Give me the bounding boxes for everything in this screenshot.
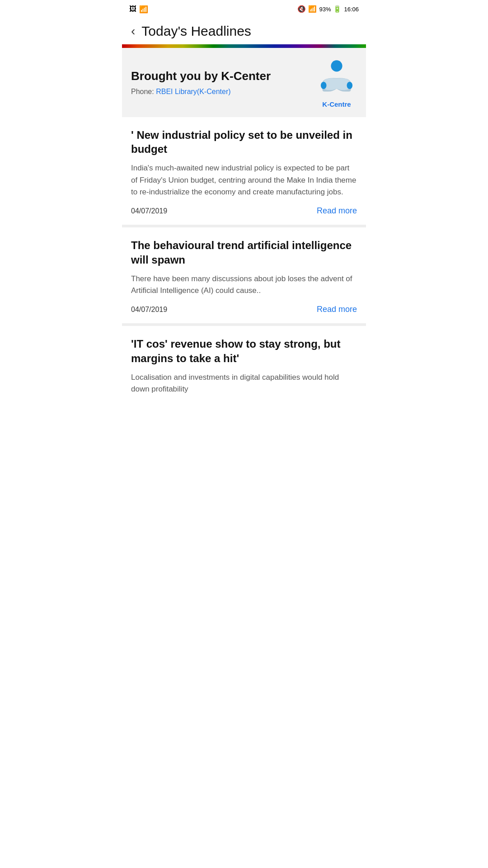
kcenter-logo: K-Centre — [316, 57, 357, 108]
article-item-3: 'IT cos' revenue show to stay strong, bu… — [122, 326, 366, 412]
article-title-3: 'IT cos' revenue show to stay strong, bu… — [131, 337, 357, 365]
phone-label: Phone: — [131, 88, 154, 95]
article-footer-1: 04/07/2019 Read more — [131, 206, 357, 216]
network-icon: 📶 — [308, 5, 317, 13]
article-item-1: ' New industrial policy set to be unveil… — [122, 117, 366, 227]
page-title: Today's Headlines — [141, 24, 251, 39]
article-footer-2: 04/07/2019 Read more — [131, 305, 357, 314]
kcenter-phone: Phone: RBEI Library(K-Center) — [131, 88, 316, 96]
kcenter-logo-label: K-Centre — [322, 100, 351, 108]
kcenter-logo-svg — [316, 57, 357, 98]
svg-point-0 — [331, 60, 342, 71]
kcenter-text-block: Brought you by K-Center Phone: RBEI Libr… — [131, 69, 316, 96]
kcenter-phone-link[interactable]: RBEI Library(K-Center) — [156, 88, 230, 95]
time-display: 16:06 — [344, 6, 359, 13]
svg-point-2 — [347, 82, 353, 89]
article-summary-2: There have been many discussions about j… — [131, 273, 357, 297]
battery-icon: 🔋 — [333, 5, 342, 13]
article-title-1: ' New industrial policy set to be unveil… — [131, 128, 357, 156]
battery-text: 93% — [319, 6, 331, 13]
mute-icon: 🔇 — [297, 5, 306, 13]
rainbow-bar — [122, 44, 366, 48]
wifi-icon: 📶 — [139, 5, 148, 14]
status-bar: 🖼 📶 🔇 📶 93% 🔋 16:06 — [122, 0, 366, 18]
svg-point-1 — [321, 82, 327, 89]
header: ‹ Today's Headlines — [122, 18, 366, 44]
status-left-icons: 🖼 📶 — [129, 5, 148, 14]
article-date-1: 04/07/2019 — [131, 207, 167, 215]
article-title-2: The behavioural trend artificial intelli… — [131, 238, 357, 266]
back-button[interactable]: ‹ — [131, 25, 135, 38]
kcenter-banner: Brought you by K-Center Phone: RBEI Libr… — [122, 48, 366, 117]
article-date-2: 04/07/2019 — [131, 306, 167, 314]
article-summary-1: India's much-awaited new industrial poli… — [131, 162, 357, 198]
kcenter-title: Brought you by K-Center — [131, 69, 316, 83]
article-summary-3: Localisation and investments in digital … — [131, 372, 357, 396]
image-icon: 🖼 — [129, 5, 136, 13]
article-item-2: The behavioural trend artificial intelli… — [122, 227, 366, 326]
status-right-icons: 🔇 📶 93% 🔋 16:06 — [297, 5, 359, 13]
read-more-button-1[interactable]: Read more — [317, 206, 357, 216]
read-more-button-2[interactable]: Read more — [317, 305, 357, 314]
